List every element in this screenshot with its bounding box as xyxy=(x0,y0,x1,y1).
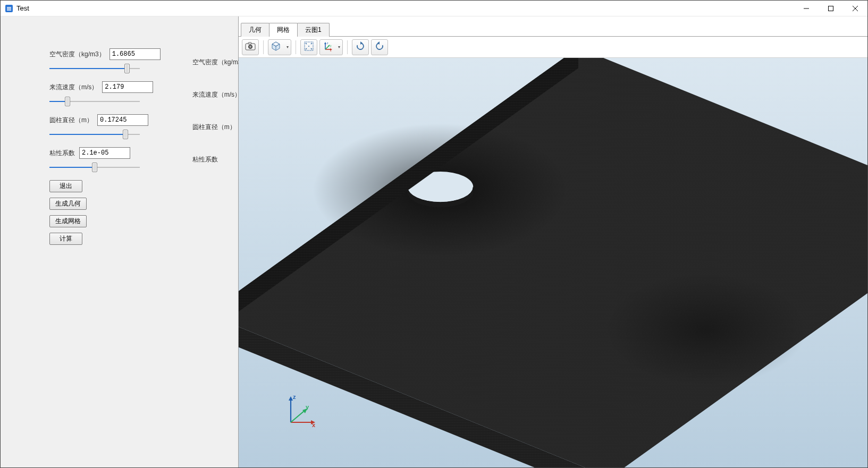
rotate-cw-button[interactable] xyxy=(352,39,369,55)
svg-point-8 xyxy=(250,46,251,48)
cylinder-diameter-label: 圆柱直径（m） xyxy=(49,116,93,125)
fit-screen-icon xyxy=(304,41,314,53)
rotate-ccw-button[interactable] xyxy=(371,39,388,55)
fit-screen-button[interactable] xyxy=(300,39,317,55)
svg-text:z: z xyxy=(327,41,328,45)
svg-line-15 xyxy=(325,46,329,49)
svg-rect-6 xyxy=(248,42,251,44)
viewport-toolbar: ▾ zyx ▾ xyxy=(239,37,867,58)
iso-cube-icon xyxy=(271,41,281,53)
mesh-rendering xyxy=(239,58,867,467)
air-density-slider[interactable] xyxy=(49,68,140,69)
toolbar-separator xyxy=(263,40,264,54)
air-density-label: 空气密度（kg/m3） xyxy=(49,50,105,59)
minimize-button[interactable] xyxy=(794,1,819,16)
tabs-bar: 几何 网格 云图1 xyxy=(239,23,867,37)
air-density-input[interactable] xyxy=(109,48,161,60)
viscosity-slider[interactable] xyxy=(49,167,140,168)
flow-velocity-label: 来流速度（m/s） xyxy=(49,83,98,92)
camera-icon xyxy=(245,42,256,52)
right-panel: 几何 网格 云图1 ▾ xyxy=(239,16,867,467)
chevron-down-icon: ▾ xyxy=(338,45,340,49)
svg-point-10 xyxy=(308,46,309,47)
iso-view-button[interactable]: ▾ xyxy=(268,39,291,55)
titlebar: Test xyxy=(1,1,867,16)
cylinder-diameter-input[interactable] xyxy=(97,114,148,126)
left-panel: 空气密度（kg/m3） 来流速度（m/s） xyxy=(1,16,239,467)
viscosity-label: 粘性系数 xyxy=(49,149,75,158)
toolbar-separator xyxy=(296,40,296,54)
svg-rect-2 xyxy=(829,6,833,11)
close-button[interactable] xyxy=(843,1,867,16)
maximize-button[interactable] xyxy=(819,1,843,16)
tab-geometry[interactable]: 几何 xyxy=(241,23,269,37)
axes-icon: zyx xyxy=(322,41,333,53)
flow-velocity-input[interactable] xyxy=(102,81,153,93)
axes-orient-button[interactable]: zyx ▾ xyxy=(319,39,343,55)
generate-geometry-button[interactable]: 生成几何 xyxy=(49,198,87,210)
window-title: Test xyxy=(16,4,29,12)
chevron-down-icon: ▾ xyxy=(286,45,289,49)
toolbar-separator xyxy=(347,40,348,54)
app-icon xyxy=(5,4,13,13)
compute-button[interactable]: 计算 xyxy=(49,233,82,245)
svg-point-26 xyxy=(605,273,806,386)
svg-marker-12 xyxy=(324,42,326,44)
viscosity-input[interactable] xyxy=(79,147,130,159)
generate-mesh-button[interactable]: 生成网格 xyxy=(49,215,87,227)
svg-text:y: y xyxy=(330,44,332,47)
window-controls xyxy=(794,1,867,16)
screenshot-button[interactable] xyxy=(242,39,259,55)
mesh-viewport[interactable]: z y x xyxy=(239,58,867,467)
rotate-cw-icon xyxy=(355,41,366,53)
cylinder-diameter-slider[interactable] xyxy=(49,134,140,135)
tab-cloud[interactable]: 云图1 xyxy=(297,23,330,37)
tab-mesh[interactable]: 网格 xyxy=(269,23,298,37)
rotate-ccw-icon xyxy=(374,41,385,53)
exit-button[interactable]: 退出 xyxy=(49,180,82,192)
flow-velocity-slider[interactable] xyxy=(49,101,140,102)
